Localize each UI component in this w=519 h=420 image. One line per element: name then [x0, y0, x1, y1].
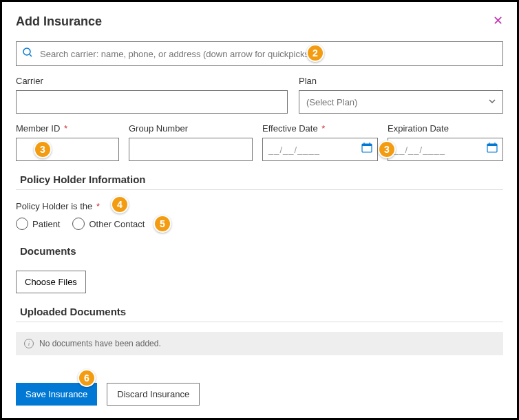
svg-rect-7	[487, 144, 497, 146]
calendar-icon[interactable]	[361, 142, 372, 156]
svg-line-1	[30, 54, 32, 56]
radio-circle-icon	[16, 218, 28, 230]
uploaded-documents-title: Uploaded Documents	[16, 306, 503, 322]
svg-rect-3	[362, 144, 372, 146]
radio-circle-icon	[72, 218, 85, 230]
member-id-label: Member ID *	[16, 123, 119, 134]
effective-date-label: Effective Date *	[262, 123, 378, 134]
discard-insurance-button[interactable]: Discard Insurance	[107, 383, 200, 406]
group-number-input[interactable]	[129, 138, 253, 161]
radio-other-contact[interactable]: Other Contact	[72, 218, 145, 230]
callout-badge-5: 5	[153, 215, 171, 233]
radio-other-label: Other Contact	[89, 219, 145, 229]
callout-badge-2: 2	[306, 44, 324, 62]
choose-files-button[interactable]: Choose Files	[16, 271, 86, 293]
no-documents-text: No documents have been added.	[39, 339, 161, 348]
svg-point-0	[23, 48, 30, 55]
policy-holder-label: Policy Holder is the *	[16, 201, 100, 211]
documents-section-title: Documents	[16, 245, 503, 261]
required-indicator: *	[61, 123, 67, 134]
required-indicator: *	[319, 123, 326, 134]
member-id-input[interactable]	[16, 138, 119, 161]
no-documents-banner: i No documents have been added.	[16, 332, 503, 355]
expiration-date-input[interactable]: __/__/____	[388, 138, 503, 161]
search-icon	[22, 47, 33, 61]
page-title: Add Insurance	[16, 14, 102, 29]
group-number-label: Group Number	[129, 123, 253, 134]
carrier-search-input[interactable]	[16, 41, 503, 66]
close-icon[interactable]: ✕	[493, 14, 503, 27]
radio-patient-label: Patient	[32, 219, 60, 229]
callout-badge-3a: 3	[34, 140, 52, 158]
callout-badge-6: 6	[78, 369, 96, 387]
callout-badge-4: 4	[111, 196, 129, 213]
carrier-input[interactable]	[16, 90, 288, 114]
callout-badge-3b: 3	[378, 140, 396, 158]
policy-section-title: Policy Holder Information	[16, 174, 503, 190]
effective-date-input[interactable]: __/__/____	[262, 138, 378, 161]
expiration-date-label: Expiration Date	[388, 123, 503, 134]
plan-select[interactable]: (Select Plan)	[299, 90, 503, 114]
radio-patient[interactable]: Patient	[16, 218, 60, 230]
carrier-label: Carrier	[16, 76, 288, 86]
calendar-icon[interactable]	[487, 142, 498, 156]
info-icon: i	[24, 339, 34, 348]
required-indicator: *	[94, 201, 100, 211]
plan-label: Plan	[299, 76, 503, 86]
